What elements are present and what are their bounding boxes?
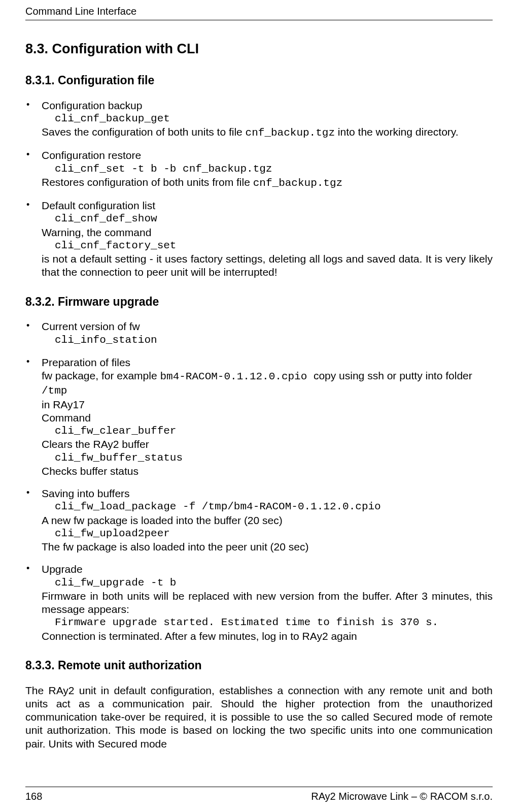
cli-command: cli_cnf_set -t b -b cnf_backup.tgz (42, 163, 493, 176)
item-desc: Restores configuration of both units fro… (42, 176, 342, 188)
list-item: Preparation of files fw package, for exa… (25, 356, 493, 478)
page: Command Line Interface 8.3. Configuratio… (0, 0, 518, 812)
item-lead: Saving into buffers (42, 488, 130, 499)
item-desc: is not a default setting - it uses facto… (42, 252, 493, 279)
item-desc: Saves the configuration of both units to… (42, 126, 459, 138)
item-line: The fw package is also loaded into the p… (42, 541, 308, 553)
text-fragment: Restores configuration of both units fro… (42, 176, 253, 188)
list-item: Configuration backup cli_cnf_backup_get … (25, 99, 493, 140)
cli-command: cli_fw_upload2peer (42, 527, 493, 540)
item-line: Checks buffer status (42, 465, 139, 477)
cli-command: cli_fw_upgrade -t b (42, 576, 493, 590)
item-line: Command (42, 412, 91, 424)
item-lead: Preparation of files (42, 356, 130, 368)
inline-code: /tmp (42, 385, 67, 397)
list-item: Default configuration list cli_cnf_def_s… (25, 199, 493, 279)
text-fragment: Saves the configuration of both units to… (42, 126, 246, 138)
text-fragment: copy using ssh or putty into folder (314, 370, 472, 381)
item-line: Firmware in both units will be replaced … (42, 590, 493, 616)
text-fragment: into the working directory. (335, 126, 459, 138)
list-item: Saving into buffers cli_fw_load_package … (25, 487, 493, 554)
running-header-text: Command Line Interface (25, 6, 136, 17)
item-lead: Current version of fw (42, 320, 140, 332)
inline-code: bm4-RACOM-0.1.12.0.cpio (160, 371, 313, 382)
item-line: Clears the RAy2 buffer (42, 438, 149, 450)
cli-command: cli_fw_load_package -f /tmp/bm4-RACOM-0.… (42, 500, 493, 513)
page-number: 168 (25, 790, 42, 803)
list-item: Configuration restore cli_cnf_set -t b -… (25, 149, 493, 190)
cli-command: cli_fw_clear_buffer (42, 425, 493, 438)
section-8-3-1-title: 8.3.1. Configuration file (25, 73, 493, 88)
footer-right: RAy2 Microwave Link – © RACOM s.r.o. (311, 790, 493, 803)
item-lead: Configuration backup (42, 100, 142, 111)
cli-output: Firmware upgrade started. Estimated time… (42, 616, 493, 629)
firmware-upgrade-list: Current version of fw cli_info_station P… (25, 320, 493, 643)
section-8-3-2-title: 8.3.2. Firmware upgrade (25, 295, 493, 309)
item-line: fw package, for example bm4-RACOM-0.1.12… (42, 370, 472, 396)
item-mid: Warning, the command (42, 226, 151, 238)
item-lead: Configuration restore (42, 149, 141, 161)
item-line: A new fw package is loaded into the buff… (42, 514, 283, 526)
section-8-3-3-title: 8.3.3. Remote unit authorization (25, 658, 493, 673)
running-header: Command Line Interface (25, 0, 493, 20)
list-item: Upgrade cli_fw_upgrade -t b Firmware in … (25, 563, 493, 643)
cli-command: cli_cnf_backup_get (42, 112, 493, 125)
cli-command: cli_info_station (42, 334, 493, 347)
cli-command: cli_cnf_def_show (42, 212, 493, 225)
item-line: in RAy17 (42, 399, 85, 410)
item-lead: Default configuration list (42, 200, 155, 211)
list-item: Current version of fw cli_info_station (25, 320, 493, 347)
inline-code: cnf_backup.tgz (253, 177, 342, 189)
cli-command: cli_fw_buffer_status (42, 451, 493, 465)
item-line: Connection is terminated. After a few mi… (42, 630, 357, 642)
text-fragment: fw package, for example (42, 370, 160, 381)
section-8-3-3-paragraph: The RAy2 unit in default configuration, … (25, 684, 493, 751)
item-lead: Upgrade (42, 563, 83, 575)
cli-command: cli_cnf_factory_set (42, 239, 493, 252)
page-footer: 168 RAy2 Microwave Link – © RACOM s.r.o. (25, 787, 493, 803)
inline-code: cnf_backup.tgz (246, 127, 335, 139)
config-file-list: Configuration backup cli_cnf_backup_get … (25, 99, 493, 279)
section-8-3-title: 8.3. Configuration with CLI (25, 41, 493, 58)
